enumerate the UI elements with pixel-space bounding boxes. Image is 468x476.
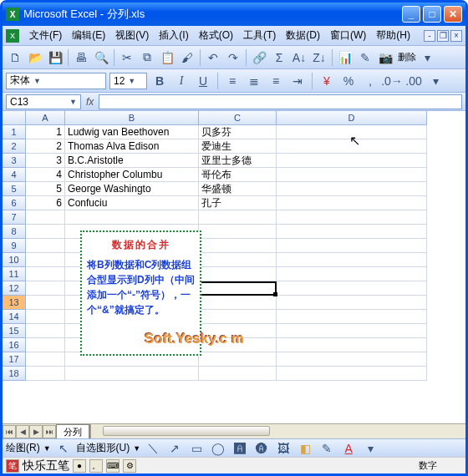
row-header-16[interactable]: 16 xyxy=(3,338,26,352)
autosum-icon[interactable]: Σ xyxy=(270,48,288,67)
cell-C8[interactable] xyxy=(199,225,277,239)
menu-help[interactable]: 帮助(H) xyxy=(371,27,415,44)
cell-A5[interactable]: 5 xyxy=(26,182,65,196)
cell-A17[interactable] xyxy=(26,352,65,367)
save-icon[interactable]: 💾 xyxy=(46,48,64,67)
row-header-6[interactable]: 6 xyxy=(3,196,26,210)
wordart-icon[interactable]: 🅐 xyxy=(252,439,271,458)
cell-A2[interactable]: 2 xyxy=(26,139,65,154)
cell-C5[interactable]: 华盛顿 xyxy=(199,182,277,196)
cell-B2[interactable]: Thomas Alva Edison xyxy=(65,139,199,154)
cell-D6[interactable] xyxy=(277,196,427,210)
cell-C11[interactable] xyxy=(199,267,277,281)
cell-D13[interactable] xyxy=(277,296,427,310)
cell-C10[interactable] xyxy=(199,253,277,267)
cell-D9[interactable] xyxy=(277,239,427,253)
sheet-tab[interactable]: 分列 xyxy=(56,424,89,439)
draw-overflow-icon[interactable]: ▾ xyxy=(361,439,379,458)
cell-C13[interactable] xyxy=(199,296,277,310)
cell-A11[interactable] xyxy=(26,267,65,281)
sheet-nav-last-icon[interactable]: ⏭ xyxy=(43,425,56,438)
fill-color-icon[interactable]: ◧ xyxy=(296,439,314,458)
menu-window[interactable]: 窗口(W) xyxy=(325,27,371,44)
ime-settings-icon[interactable]: ⚙ xyxy=(123,459,136,473)
paste-icon[interactable]: 📋 xyxy=(158,48,176,67)
ime-punct-icon[interactable]: 。 xyxy=(89,459,103,473)
print-icon[interactable]: 🖶 xyxy=(72,48,90,67)
line-color-icon[interactable]: ✎ xyxy=(318,439,336,458)
decrease-decimal-icon[interactable]: .00 xyxy=(404,72,423,90)
draw-menu[interactable]: 绘图(R) xyxy=(6,441,40,455)
formula-bar[interactable] xyxy=(99,94,462,109)
sheet-nav-first-icon[interactable]: ⏮ xyxy=(3,425,16,438)
cell-B7[interactable] xyxy=(65,210,199,225)
ime-keyboard-icon[interactable]: ⌨ xyxy=(106,459,120,473)
cell-C7[interactable] xyxy=(199,210,277,225)
oval-icon[interactable]: ◯ xyxy=(209,439,227,458)
menu-file[interactable]: 文件(F) xyxy=(24,27,67,44)
cell-C15[interactable] xyxy=(199,324,277,338)
select-objects-icon[interactable]: ↖ xyxy=(54,439,73,458)
cell-D4[interactable] xyxy=(277,168,427,182)
column-header-A[interactable]: A xyxy=(26,111,65,125)
menu-view[interactable]: 视图(V) xyxy=(110,27,154,44)
mdi-restore-button[interactable]: ❐ xyxy=(437,30,449,42)
row-header-12[interactable]: 12 xyxy=(3,281,26,296)
rectangle-icon[interactable]: ▭ xyxy=(187,439,206,458)
row-header-7[interactable]: 7 xyxy=(3,210,26,225)
cell-C9[interactable] xyxy=(199,239,277,253)
cell-C14[interactable] xyxy=(199,310,277,324)
clipart-icon[interactable]: 🖼 xyxy=(274,439,292,458)
ime-icon[interactable]: 笔 xyxy=(6,459,19,473)
cell-A6[interactable]: 6 xyxy=(26,196,65,210)
align-center-icon[interactable]: ≣ xyxy=(245,72,263,90)
workbook-icon[interactable]: X xyxy=(6,29,19,43)
fx-icon[interactable]: fx xyxy=(86,96,94,108)
row-header-5[interactable]: 5 xyxy=(3,182,26,196)
row-header-2[interactable]: 2 xyxy=(3,139,26,154)
cell-A12[interactable] xyxy=(26,281,65,296)
close-button[interactable]: ✕ xyxy=(444,6,462,23)
cell-C1[interactable]: 贝多芬 xyxy=(199,125,277,139)
cell-B6[interactable]: Confuciu xyxy=(65,196,199,210)
cell-A7[interactable] xyxy=(26,210,65,225)
minimize-button[interactable]: _ xyxy=(402,6,420,23)
cell-D15[interactable] xyxy=(277,324,427,338)
menu-format[interactable]: 格式(O) xyxy=(194,27,238,44)
cell-C18[interactable] xyxy=(199,367,277,381)
menu-data[interactable]: 数据(D) xyxy=(281,27,325,44)
drawing-icon[interactable]: ✎ xyxy=(356,48,374,67)
cell-B5[interactable]: George Washingto xyxy=(65,182,199,196)
merge-center-icon[interactable]: ⇥ xyxy=(288,72,307,90)
hyperlink-icon[interactable]: 🔗 xyxy=(250,48,268,67)
cell-A9[interactable] xyxy=(26,239,65,253)
cut-icon[interactable]: ✂ xyxy=(118,48,136,67)
cell-C12[interactable] xyxy=(199,281,277,296)
row-header-4[interactable]: 4 xyxy=(3,168,26,182)
line-icon[interactable]: ＼ xyxy=(144,439,162,458)
font-size-combo[interactable]: 12 ▼ xyxy=(109,73,147,89)
camera-icon[interactable]: 📷 xyxy=(376,48,394,67)
maximize-button[interactable]: □ xyxy=(423,6,441,23)
cell-D1[interactable] xyxy=(277,125,427,139)
font-color-icon[interactable]: A xyxy=(339,439,358,458)
comma-icon[interactable]: , xyxy=(361,72,379,90)
copy-icon[interactable]: ⧉ xyxy=(138,48,156,67)
row-header-1[interactable]: 1 xyxy=(3,125,26,139)
annotation-textbox[interactable]: 数据的合并 将B列数据和C列数据组合型显示到D列中（中间添加一个“-”符号），一… xyxy=(80,230,201,356)
row-header-11[interactable]: 11 xyxy=(3,267,26,281)
format-painter-icon[interactable]: 🖌 xyxy=(178,48,196,67)
select-all-button[interactable] xyxy=(3,111,26,125)
cell-B18[interactable] xyxy=(65,367,199,381)
row-header-17[interactable]: 17 xyxy=(3,352,26,367)
column-header-D[interactable]: D xyxy=(277,111,427,125)
toolbar-overflow-icon[interactable]: ▾ xyxy=(418,48,436,67)
cell-D10[interactable] xyxy=(277,253,427,267)
row-header-14[interactable]: 14 xyxy=(3,310,26,324)
menu-edit[interactable]: 编辑(E) xyxy=(67,27,110,44)
undo-icon[interactable]: ↶ xyxy=(204,48,222,67)
row-header-3[interactable]: 3 xyxy=(3,154,26,168)
menu-tools[interactable]: 工具(T) xyxy=(238,27,281,44)
open-icon[interactable]: 📂 xyxy=(26,48,44,67)
row-header-8[interactable]: 8 xyxy=(3,225,26,239)
